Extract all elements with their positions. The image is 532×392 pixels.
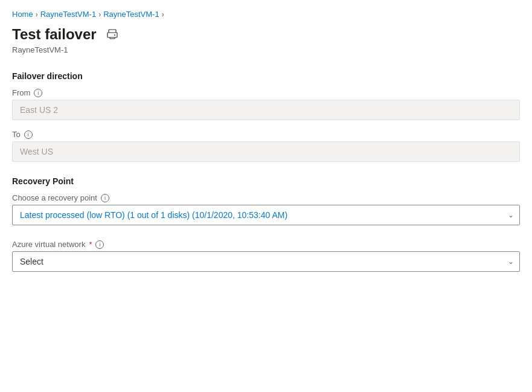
network-dropdown-wrapper: Select ⌄ <box>12 251 520 272</box>
breadcrumb-separator-2: › <box>98 10 101 19</box>
breadcrumb: Home › RayneTestVM-1 › RayneTestVM-1 › <box>12 10 520 19</box>
page-subtitle: RayneTestVM-1 <box>12 45 520 54</box>
from-info-icon[interactable]: i <box>34 89 42 97</box>
to-label: To i <box>12 130 520 139</box>
to-info-icon[interactable]: i <box>24 130 33 139</box>
svg-point-3 <box>114 34 115 36</box>
page-container: Home › RayneTestVM-1 › RayneTestVM-1 › T… <box>0 0 532 296</box>
to-label-text: To <box>12 130 21 139</box>
breadcrumb-separator-3: › <box>162 10 164 19</box>
from-label: From i <box>12 88 520 97</box>
recovery-point-dropdown[interactable]: Latest processed (low RTO) (1 out of 1 d… <box>12 205 520 225</box>
recovery-point-dropdown-wrapper: Latest processed (low RTO) (1 out of 1 d… <box>12 205 520 225</box>
network-label-text: Azure virtual network <box>12 240 85 249</box>
recovery-point-label-text: Choose a recovery point <box>12 193 97 202</box>
recovery-point-section: Recovery Point Choose a recovery point i… <box>12 176 520 225</box>
print-button[interactable] <box>104 26 121 43</box>
network-label: Azure virtual network * i <box>12 240 520 249</box>
from-field-group: From i East US 2 <box>12 88 520 120</box>
breadcrumb-home[interactable]: Home <box>12 10 33 19</box>
network-dropdown[interactable]: Select <box>12 251 520 272</box>
breadcrumb-vm-2[interactable]: RayneTestVM-1 <box>103 10 159 19</box>
to-field-group: To i West US <box>12 130 520 162</box>
failover-direction-title: Failover direction <box>12 71 520 81</box>
network-field-group: Azure virtual network * i Select ⌄ <box>12 240 520 272</box>
azure-virtual-network-section: Azure virtual network * i Select ⌄ <box>12 240 520 272</box>
svg-rect-2 <box>107 33 117 37</box>
recovery-point-title: Recovery Point <box>12 176 520 186</box>
page-header: Test failover <box>12 26 520 43</box>
print-icon <box>107 29 118 40</box>
failover-direction-section: Failover direction From i East US 2 To i… <box>12 71 520 162</box>
page-title: Test failover <box>12 26 97 43</box>
recovery-point-info-icon[interactable]: i <box>101 194 109 202</box>
recovery-point-label: Choose a recovery point i <box>12 193 520 202</box>
breadcrumb-vm-1[interactable]: RayneTestVM-1 <box>40 10 96 19</box>
from-value: East US 2 <box>12 100 520 120</box>
breadcrumb-separator-1: › <box>36 10 38 19</box>
network-info-icon[interactable]: i <box>95 240 104 249</box>
network-required-star: * <box>89 240 92 249</box>
to-value: West US <box>12 141 520 162</box>
from-label-text: From <box>12 88 30 97</box>
recovery-point-field-group: Choose a recovery point i Latest process… <box>12 193 520 225</box>
